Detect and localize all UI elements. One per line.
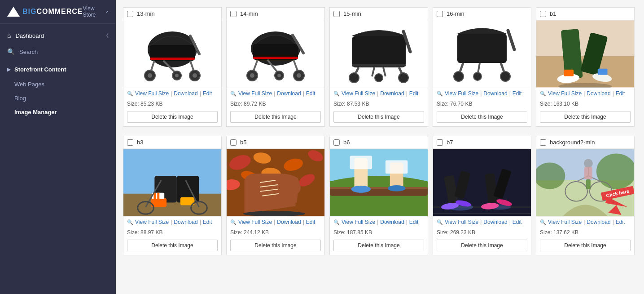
sidebar-item-web-pages[interactable]: Web Pages: [0, 77, 116, 91]
view-fullsize-b7[interactable]: View Full Size: [445, 219, 478, 225]
delete-button-14min[interactable]: Delete this Image: [230, 111, 321, 123]
delete-button-15min[interactable]: Delete this Image: [333, 111, 424, 123]
image-checkbox-14min[interactable]: [230, 11, 237, 17]
download-b3[interactable]: Download: [174, 219, 197, 225]
image-checkbox-background2min[interactable]: [540, 139, 546, 146]
delete-button-b3[interactable]: Delete this Image: [127, 240, 218, 251]
image-checkbox-b3[interactable]: [127, 139, 133, 146]
edit-b6[interactable]: Edit: [409, 219, 419, 225]
sprint-svg: [433, 149, 531, 216]
download-15min[interactable]: Download: [380, 90, 404, 97]
edit-b5[interactable]: Edit: [306, 219, 315, 225]
download-13min[interactable]: Download: [174, 90, 197, 97]
image-thumbnail-b6: [330, 149, 428, 216]
outdoor-svg: [536, 149, 634, 216]
view-fullsize-b5[interactable]: View Full Size: [238, 219, 272, 225]
download-b6[interactable]: Download: [380, 219, 404, 225]
external-link-icon: ↗: [105, 9, 109, 14]
image-size-b6: Size: 187.85 KB: [330, 227, 428, 237]
image-checkbox-b7[interactable]: [437, 139, 443, 146]
view-fullsize-b1[interactable]: View Full Size: [548, 90, 582, 97]
svg-line-30: [372, 67, 374, 76]
view-fullsize-16min[interactable]: View Full Size: [445, 90, 478, 97]
download-b1[interactable]: Download: [587, 90, 610, 97]
runners-feet-svg: [330, 149, 428, 216]
collapse-icon: 《: [104, 32, 109, 39]
download-b5[interactable]: Download: [277, 219, 301, 225]
edit-13min[interactable]: Edit: [203, 90, 212, 97]
delete-button-16min[interactable]: Delete this Image: [437, 111, 527, 123]
edit-14min[interactable]: Edit: [306, 90, 315, 97]
sidebar-item-search[interactable]: 🔍 Search: [0, 44, 116, 60]
image-checkbox-16min[interactable]: [437, 11, 443, 17]
svg-point-43: [473, 72, 482, 80]
storefront-sub-items: Web Pages Blog Image Manager: [0, 76, 116, 121]
download-16min[interactable]: Download: [483, 90, 507, 97]
svg-point-88: [351, 186, 371, 193]
svg-point-22: [297, 73, 301, 78]
size-label-b6: Size: 187.85 KB: [333, 229, 372, 236]
magnify-icon-b5: 🔍: [230, 219, 237, 225]
image-actions-13min: 🔍 View Full Size | Download | Edit: [123, 88, 221, 99]
image-checkbox-b5[interactable]: [230, 139, 237, 146]
edit-b1[interactable]: Edit: [616, 90, 625, 97]
download-14min[interactable]: Download: [277, 90, 301, 97]
delete-button-b6[interactable]: Delete this Image: [333, 240, 424, 251]
image-size-b3: Size: 88.97 KB: [123, 227, 221, 237]
image-size-b5: Size: 244.12 KB: [227, 227, 324, 237]
image-card-header-16min: 16-min: [433, 8, 531, 20]
delete-button-background2min[interactable]: Delete this Image: [540, 240, 631, 251]
delete-button-b7[interactable]: Delete this Image: [437, 240, 527, 251]
image-checkbox-b1[interactable]: [540, 11, 546, 17]
storefront-section-title[interactable]: ▶ Storefront Content: [7, 66, 109, 73]
size-label-16min: Size: 76.70 KB: [437, 101, 472, 107]
stroller-svg-2: [235, 22, 316, 85]
view-fullsize-13min[interactable]: View Full Size: [135, 90, 169, 97]
size-label-b3: Size: 88.97 KB: [127, 229, 162, 236]
svg-rect-114: [586, 179, 591, 189]
magnify-icon-b7: 🔍: [437, 219, 443, 225]
download-b7[interactable]: Download: [483, 219, 507, 225]
edit-b3[interactable]: Edit: [203, 219, 212, 225]
view-fullsize-background2min[interactable]: View Full Size: [548, 219, 582, 225]
sidebar-item-image-manager[interactable]: Image Manager: [0, 105, 116, 119]
svg-point-41: [454, 71, 464, 81]
delete-button-b5[interactable]: Delete this Image: [230, 240, 321, 251]
svg-rect-12: [150, 58, 195, 60]
view-fullsize-14min[interactable]: View Full Size: [238, 90, 272, 97]
sidebar-item-dashboard[interactable]: ⌂ Dashboard 《: [0, 27, 116, 44]
edit-15min[interactable]: Edit: [409, 90, 419, 97]
stroller-svg-3: [338, 22, 419, 85]
home-icon: ⌂: [7, 32, 11, 39]
main-content: 13-min: [116, 0, 644, 294]
view-store-link[interactable]: View Store ↗: [83, 5, 109, 18]
image-card-header-13min: 13-min: [123, 8, 221, 20]
image-row-2: b3: [123, 136, 637, 255]
image-card-14min: 14-min: [226, 7, 325, 127]
view-fullsize-15min[interactable]: View Full Size: [342, 90, 375, 97]
edit-background2min[interactable]: Edit: [616, 219, 625, 225]
image-checkbox-13min[interactable]: [127, 11, 133, 17]
view-fullsize-b6[interactable]: View Full Size: [342, 219, 375, 225]
dashboard-label: Dashboard: [15, 32, 44, 39]
delete-button-13min[interactable]: Delete this Image: [127, 111, 218, 123]
image-card-b6: b6: [329, 136, 428, 255]
edit-16min[interactable]: Edit: [513, 90, 522, 97]
svg-point-75: [243, 211, 306, 216]
size-label-14min: Size: 89.72 KB: [230, 101, 266, 107]
size-label-b5: Size: 244.12 KB: [230, 229, 269, 236]
image-actions-b3: 🔍 View Full Size | Download | Edit: [123, 216, 221, 227]
svg-point-32: [349, 73, 359, 83]
image-thumbnail-16min: [433, 20, 531, 88]
svg-rect-35: [352, 64, 406, 67]
edit-b7[interactable]: Edit: [513, 219, 522, 225]
image-card-header-b7: b7: [433, 136, 531, 149]
image-checkbox-b6[interactable]: [333, 139, 340, 146]
delete-button-b1[interactable]: Delete this Image: [540, 111, 631, 123]
sidebar-item-blog[interactable]: Blog: [0, 91, 116, 105]
view-fullsize-b3[interactable]: View Full Size: [135, 219, 169, 225]
image-actions-b5: 🔍 View Full Size | Download | Edit: [227, 216, 324, 227]
download-background2min[interactable]: Download: [587, 219, 610, 225]
size-label-b7: Size: 269.23 KB: [437, 229, 475, 236]
image-checkbox-15min[interactable]: [333, 11, 340, 17]
